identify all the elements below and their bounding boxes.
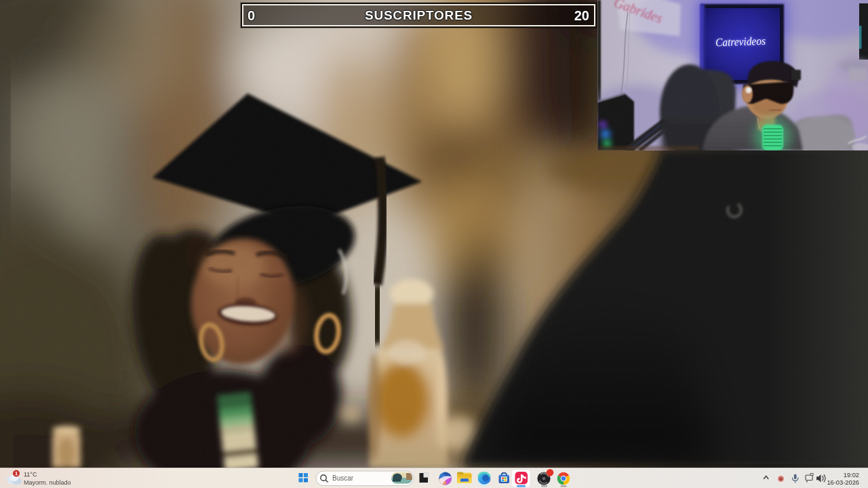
svg-text:19:02: 19:02 [844,472,859,479]
svg-text:16-03-2026: 16-03-2026 [827,479,859,486]
svg-text:Mayorm. nublado: Mayorm. nublado [24,479,71,486]
svg-text:11°C: 11°C [24,471,37,478]
svg-text:1: 1 [15,470,18,476]
svg-text:Buscar: Buscar [332,474,354,482]
